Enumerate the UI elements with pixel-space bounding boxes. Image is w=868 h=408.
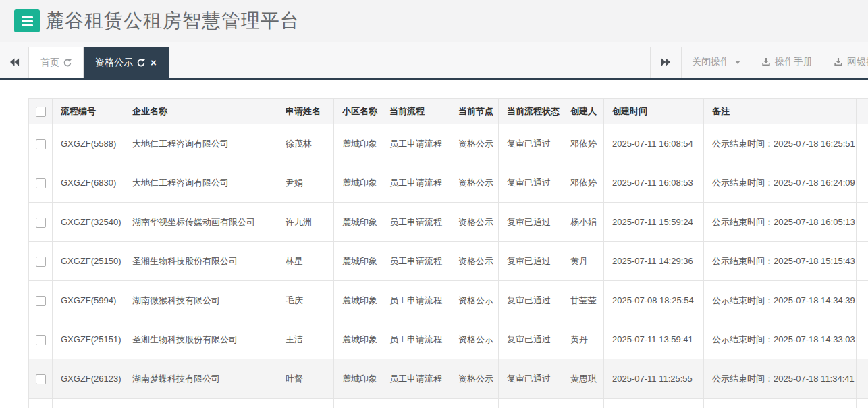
column-header-current-process: 当前流程 bbox=[381, 99, 450, 124]
cell-process-id: GXGZF(6830) bbox=[53, 163, 124, 203]
cell-current-process: 员工申请流程 bbox=[381, 242, 450, 281]
cell-creator: 甘莹莹 bbox=[562, 281, 604, 320]
cell-applicant-name: 林星 bbox=[277, 242, 334, 281]
double-right-arrow-icon bbox=[661, 57, 671, 67]
cell-created-time: 2025-07-11 14:29:36 bbox=[604, 242, 704, 281]
cell-applicant-name: 许九洲 bbox=[277, 203, 334, 242]
row-checkbox[interactable] bbox=[36, 178, 46, 188]
cell-applicant-name: 毛庆 bbox=[277, 281, 334, 320]
download-icon bbox=[761, 57, 771, 67]
scroll-tabs-right-button[interactable] bbox=[650, 47, 681, 78]
table-body: GXGZF(5588)大地仁工程咨询有限公司徐茂林麓城印象员工申请流程资格公示复… bbox=[29, 124, 868, 408]
cell-current-node: 资格公示 bbox=[450, 320, 499, 359]
column-header-creator: 创建人 bbox=[562, 99, 604, 124]
tab-bar: 首页 资格公示 × 关闭操作 操作手册 bbox=[0, 42, 868, 80]
cell-creator: 杨小娟 bbox=[562, 203, 604, 242]
cell-process-id: GXGZF(25150) bbox=[53, 242, 124, 281]
table-row-partial bbox=[29, 399, 868, 408]
operation-manual-label: 操作手册 bbox=[775, 56, 813, 68]
cell-current-node: 资格公示 bbox=[450, 203, 499, 242]
cell-company-name: 湖南微猴科技有限公司 bbox=[124, 281, 277, 320]
cell-company-name: 大地仁工程咨询有限公司 bbox=[124, 124, 277, 163]
cell-creator: 邓依婷 bbox=[562, 163, 604, 203]
cell-current-process: 员工申请流程 bbox=[381, 124, 450, 163]
column-header-company-name: 企业名称 bbox=[124, 99, 277, 124]
cell-current-node: 资格公示 bbox=[450, 359, 499, 399]
cell-community-name: 麓城印象 bbox=[334, 124, 381, 163]
table-row: GXGZF(5588)大地仁工程咨询有限公司徐茂林麓城印象员工申请流程资格公示复… bbox=[29, 124, 868, 163]
column-header-process-id: 流程编号 bbox=[53, 99, 124, 124]
close-operations-label: 关闭操作 bbox=[692, 56, 730, 68]
tab-home[interactable]: 首页 bbox=[28, 47, 84, 78]
row-checkbox[interactable] bbox=[36, 257, 46, 267]
cell-current-node: 资格公示 bbox=[450, 163, 499, 203]
bank-button[interactable]: 网银接 bbox=[823, 47, 868, 78]
table-row: GXGZF(25150)圣湘生物科技股份有限公司林星麓城印象员工申请流程资格公示… bbox=[29, 242, 868, 281]
cell-extra bbox=[857, 203, 868, 242]
cell-remark: 公示结束时间：2025-07-18 16:24:09 bbox=[704, 163, 857, 203]
cell-remark: 公示结束时间：2025-07-18 16:25:51 bbox=[704, 124, 857, 163]
cell-current-node: 资格公示 bbox=[450, 281, 499, 320]
cell-community-name: 麓城印象 bbox=[334, 242, 381, 281]
row-checkbox[interactable] bbox=[36, 296, 46, 306]
row-select-cell bbox=[29, 242, 53, 281]
cell-empty bbox=[53, 399, 124, 408]
cell-extra bbox=[857, 281, 868, 320]
table-row: GXGZF(25151)圣湘生物科技股份有限公司王洁麓城印象员工申请流程资格公示… bbox=[29, 320, 868, 359]
cell-process-id: GXGZF(26123) bbox=[53, 359, 124, 399]
cell-remark: 公示结束时间：2025-07-18 11:34:41 bbox=[704, 359, 857, 399]
results-table: 流程编号企业名称申请姓名小区名称当前流程当前节点当前流程状态创建人创建时间备注 … bbox=[28, 98, 868, 408]
cell-process-status: 复审已通过 bbox=[499, 163, 562, 203]
row-checkbox[interactable] bbox=[36, 374, 46, 384]
row-select-cell bbox=[29, 124, 53, 163]
cell-applicant-name: 徐茂林 bbox=[277, 124, 334, 163]
cell-extra bbox=[857, 242, 868, 281]
select-all-checkbox[interactable] bbox=[36, 107, 46, 117]
table-row: GXGZF(26123)湖南梦蝶科技有限公司叶督麓城印象员工申请流程资格公示复审… bbox=[29, 359, 868, 399]
cell-process-status: 复审已通过 bbox=[499, 203, 562, 242]
cell-process-status: 复审已通过 bbox=[499, 242, 562, 281]
bank-button-label: 网银接 bbox=[847, 56, 868, 68]
column-header-process-status: 当前流程状态 bbox=[499, 99, 562, 124]
cell-empty bbox=[124, 399, 277, 408]
cell-creator: 黄丹 bbox=[562, 320, 604, 359]
cell-empty bbox=[704, 399, 857, 408]
cell-community-name: 麓城印象 bbox=[334, 203, 381, 242]
close-tab-icon[interactable]: × bbox=[151, 57, 157, 68]
cell-empty bbox=[381, 399, 450, 408]
row-select-cell bbox=[29, 203, 53, 242]
cell-community-name: 麓城印象 bbox=[334, 281, 381, 320]
row-checkbox[interactable] bbox=[36, 335, 46, 345]
refresh-icon[interactable] bbox=[137, 59, 145, 67]
cell-empty bbox=[562, 399, 604, 408]
row-checkbox[interactable] bbox=[36, 218, 46, 228]
tab-qualification-publicity[interactable]: 资格公示 × bbox=[84, 47, 169, 78]
cell-creator: 邓依婷 bbox=[562, 124, 604, 163]
cell-company-name: 湖南梦蝶科技有限公司 bbox=[124, 359, 277, 399]
table-row: GXGZF(6830)大地仁工程咨询有限公司尹娟麓城印象员工申请流程资格公示复审… bbox=[29, 163, 868, 203]
operation-manual-button[interactable]: 操作手册 bbox=[751, 47, 823, 78]
cell-created-time: 2025-07-11 11:25:55 bbox=[604, 359, 704, 399]
cell-community-name: 麓城印象 bbox=[334, 320, 381, 359]
cell-created-time: 2025-07-11 16:08:53 bbox=[604, 163, 704, 203]
cell-created-time: 2025-07-11 15:59:24 bbox=[604, 203, 704, 242]
cell-current-node: 资格公示 bbox=[450, 242, 499, 281]
refresh-icon[interactable] bbox=[63, 59, 72, 67]
cell-extra bbox=[857, 359, 868, 399]
cell-extra bbox=[857, 320, 868, 359]
cell-current-node: 资格公示 bbox=[450, 124, 499, 163]
table-row: GXGZF(5994)湖南微猴科技有限公司毛庆麓城印象员工申请流程资格公示复审已… bbox=[29, 281, 868, 320]
select-all-cell bbox=[29, 99, 53, 124]
close-operations-menu[interactable]: 关闭操作 bbox=[681, 47, 751, 78]
row-select-cell bbox=[29, 320, 53, 359]
column-header-remark: 备注 bbox=[704, 99, 857, 124]
cell-creator: 黄思琪 bbox=[562, 359, 604, 399]
cell-remark: 公示结束时间：2025-07-18 14:33:03 bbox=[704, 320, 857, 359]
scroll-tabs-left-button[interactable] bbox=[0, 47, 28, 78]
cell-process-id: GXGZF(5994) bbox=[53, 281, 124, 320]
sidebar-toggle-button[interactable] bbox=[14, 9, 40, 32]
cell-community-name: 麓城印象 bbox=[334, 163, 381, 203]
cell-applicant-name: 叶督 bbox=[277, 359, 334, 399]
cell-current-process: 员工申请流程 bbox=[381, 320, 450, 359]
row-checkbox[interactable] bbox=[36, 139, 46, 149]
